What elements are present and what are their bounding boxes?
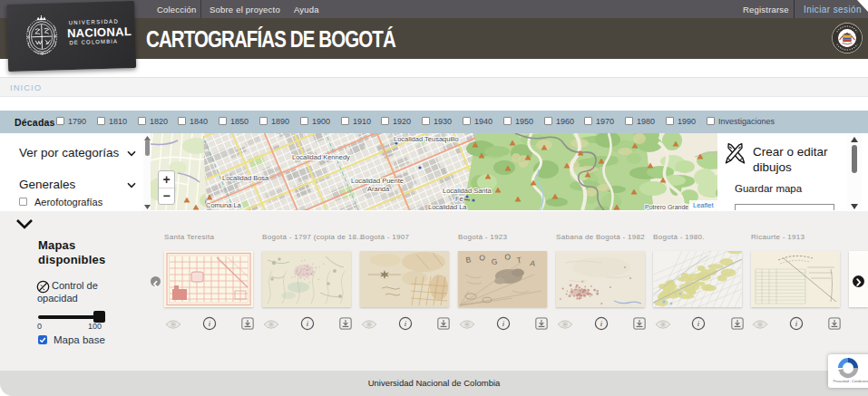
svg-text:Localidad Kennedy: Localidad Kennedy — [292, 153, 350, 161]
svg-text:i: i — [697, 319, 700, 328]
svg-text:Leaflet: Leaflet — [693, 201, 714, 209]
svg-text:Localidad Santa: Localidad Santa — [443, 187, 493, 195]
svg-text:Fé: Fé — [455, 195, 463, 203]
svg-text:Localidad Puente: Localidad Puente — [351, 177, 404, 185]
svg-text:i: i — [502, 319, 505, 328]
svg-text:i: i — [600, 319, 603, 328]
svg-text:i: i — [795, 319, 798, 328]
svg-text:Potrero Grande: Potrero Grande — [645, 204, 688, 210]
svg-text:Localidad Bosa: Localidad Bosa — [222, 174, 269, 182]
svg-text:i: i — [209, 319, 211, 328]
svg-text:i: i — [307, 319, 309, 328]
svg-text:i: i — [405, 319, 407, 328]
svg-text:Aranda: Aranda — [367, 185, 390, 193]
svg-text:Localidad Teusaquillo: Localidad Teusaquillo — [394, 135, 459, 143]
svg-text:G: G — [491, 256, 497, 266]
svg-text:T: T — [516, 255, 522, 264]
svg-text:Comuna La: Comuna La — [206, 201, 242, 209]
svg-text:Localidad La: Localidad La — [428, 203, 467, 210]
